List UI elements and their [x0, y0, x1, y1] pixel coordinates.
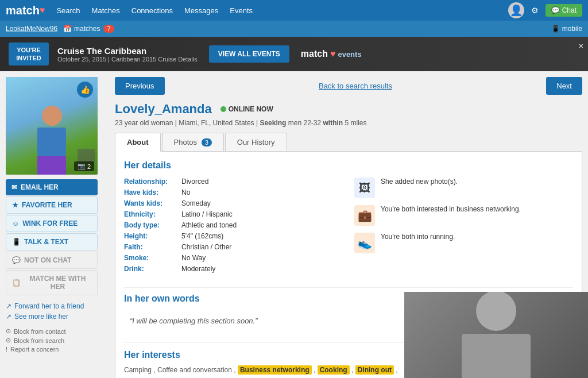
profile-header: Lovely_Amanda ONLINE NOW 23 year old wom…	[115, 102, 582, 127]
match-me-button: 📋 MATCH ME WITH HER	[6, 270, 98, 295]
block-search-link[interactable]: ⊙ Block from search	[6, 337, 109, 344]
left-sidebar: 👍 📷 2 ✉ EMAIL HER ★ FAVORITE HER ☺ WINK …	[6, 77, 109, 378]
nav-matches[interactable]: Matches	[92, 6, 120, 15]
sub-navigation: LookatMeNow96 📅 matches 7 📱 mobile	[0, 21, 588, 37]
favorite-her-button[interactable]: ★ FAVORITE HER	[6, 196, 98, 214]
detail-row-havekids: Have kids: No	[124, 188, 343, 196]
next-button[interactable]: Next	[546, 77, 582, 95]
nav-messages[interactable]: Messages	[184, 6, 218, 15]
more-icon: ↗	[6, 313, 11, 321]
see-more-like-her-link[interactable]: ↗ See more like her	[6, 313, 109, 321]
mobile-link[interactable]: 📱 mobile	[551, 25, 582, 33]
banner-logo: match♥ events	[301, 49, 362, 59]
settings-icon[interactable]: ⚙	[531, 6, 539, 15]
detail-row-faith: Faith: Christian / Other	[124, 243, 343, 251]
detail-row-height: Height: 5'4" (162cms)	[124, 232, 343, 240]
chat-button[interactable]: 💬 Chat	[546, 4, 582, 17]
chat-disabled-icon: 💬	[12, 256, 21, 264]
running-match-icon: 👟	[354, 233, 375, 253]
camera-icon: 📷	[78, 163, 86, 170]
top-navigation: match♥ Search Matches Connections Messag…	[0, 0, 588, 21]
nav-right: 👤 ⚙ 💬 Chat	[508, 2, 582, 18]
banner-invited-label: YOU'REINVITED	[9, 43, 49, 66]
interest-cooking: Cooking	[318, 365, 350, 375]
matches-badge: 7	[103, 25, 114, 33]
sidebar-links: ↗ Forward her to a friend ↗ See more lik…	[6, 302, 109, 353]
tab-about[interactable]: About	[115, 133, 161, 152]
like-button[interactable]: 👍	[77, 82, 93, 98]
her-details-title: Her details	[124, 160, 573, 171]
photo-count: 📷 2	[74, 161, 94, 171]
email-icon: ✉	[11, 183, 17, 191]
star-icon: ★	[12, 201, 18, 209]
event-banner: YOU'REINVITED Cruise The Caribbean Octob…	[0, 37, 588, 71]
detail-row-bodytype: Body type: Athletic and toned	[124, 221, 343, 229]
block-search-icon: ⊙	[6, 337, 11, 344]
tab-our-history[interactable]: Our History	[225, 133, 287, 151]
talk-text-button[interactable]: 📱 TALK & TEXT	[6, 233, 98, 250]
username-link[interactable]: LookatMeNow96	[6, 25, 57, 33]
nav-connections[interactable]: Connections	[131, 6, 173, 15]
interests-title: Her interests	[124, 350, 180, 360]
interest-business-networking: Business networking	[238, 365, 312, 375]
detail-row-drink: Drink: Moderately	[124, 265, 343, 273]
wink-icon: ☺	[12, 219, 19, 227]
view-all-events-button[interactable]: VIEW ALL EVENTS	[209, 45, 289, 63]
report-concern-link[interactable]: ! Report a concern	[6, 346, 109, 353]
phone-icon: 📱	[12, 238, 21, 246]
previous-button[interactable]: Previous	[115, 77, 165, 95]
nav-events[interactable]: Events	[230, 6, 253, 15]
profile-age: 23	[115, 119, 122, 127]
block-contact-link[interactable]: ⊙ Block from contact	[6, 327, 109, 335]
profile-photo[interactable]: 👍 📷 2	[6, 77, 98, 175]
forward-icon: ↗	[6, 302, 11, 310]
video-overlay	[404, 292, 588, 378]
details-grid: Relationship: Divorced Have kids: No Wan…	[124, 178, 573, 276]
online-dot	[220, 106, 226, 112]
banner-text: Cruise The Caribbean October 25, 2015 | …	[57, 46, 198, 63]
profile-tabs: About Photos 3 Our History	[115, 133, 582, 152]
profile-info: 23 year old woman | Miami, FL, United St…	[115, 119, 582, 127]
details-right: 🖼 She added new photo(s). 💼 You're both …	[354, 178, 573, 276]
detail-row-relationship: Relationship: Divorced	[124, 178, 343, 186]
forward-friend-link[interactable]: ↗ Forward her to a friend	[6, 302, 109, 310]
sub-nav-left: LookatMeNow96 📅 matches 7	[6, 25, 114, 33]
profile-name-row: Lovely_Amanda ONLINE NOW	[115, 102, 582, 117]
network-match-icon: 💼	[354, 205, 375, 226]
photos-match-icon: 🖼	[354, 178, 375, 198]
nav-search[interactable]: Search	[56, 6, 80, 15]
match-icon: 📋	[12, 279, 21, 287]
match-item-network: 💼 You're both interested in business net…	[354, 205, 573, 226]
sub-nav-right: 📱 mobile	[551, 25, 582, 33]
wink-button[interactable]: ☺ WINK FOR FREE	[6, 215, 98, 232]
banner-close-button[interactable]: ×	[579, 41, 583, 51]
photos-badge: 3	[202, 138, 212, 146]
chat-icon: 💬	[551, 6, 560, 14]
site-logo: match♥	[6, 4, 45, 17]
match-item-running: 👟 You're both into running.	[354, 233, 573, 253]
user-avatar[interactable]: 👤	[508, 2, 524, 18]
online-badge: ONLINE NOW	[220, 105, 273, 113]
not-on-chat-button: 💬 NOT ON CHAT	[6, 252, 98, 269]
detail-row-wantskids: Wants kids: Someday	[124, 199, 343, 207]
profile-navigation: Previous Back to search results Next	[115, 77, 582, 95]
back-to-search-link[interactable]: Back to search results	[319, 82, 392, 90]
action-buttons: ✉ EMAIL HER ★ FAVORITE HER ☺ WINK FOR FR…	[6, 179, 109, 295]
nav-links: Search Matches Connections Messages Even…	[56, 6, 508, 15]
detail-row-smoke: Smoke: No Way	[124, 254, 343, 262]
her-details-section: Her details Relationship: Divorced Have …	[124, 160, 573, 276]
block-contact-icon: ⊙	[6, 327, 11, 335]
details-left: Relationship: Divorced Have kids: No Wan…	[124, 178, 343, 276]
interest-dining-out: Dining out	[355, 365, 394, 375]
profile-name: Lovely_Amanda	[115, 102, 212, 117]
video-feed	[404, 292, 588, 378]
matches-link[interactable]: 📅 matches 7	[63, 25, 114, 33]
email-her-button[interactable]: ✉ EMAIL HER	[6, 179, 98, 195]
detail-row-ethnicity: Ethnicity: Latino / Hispanic	[124, 210, 343, 218]
report-icon: !	[6, 346, 7, 353]
match-item-photos: 🖼 She added new photo(s).	[354, 178, 573, 198]
profile-gender: year old	[125, 119, 151, 127]
tab-photos[interactable]: Photos 3	[162, 133, 224, 151]
